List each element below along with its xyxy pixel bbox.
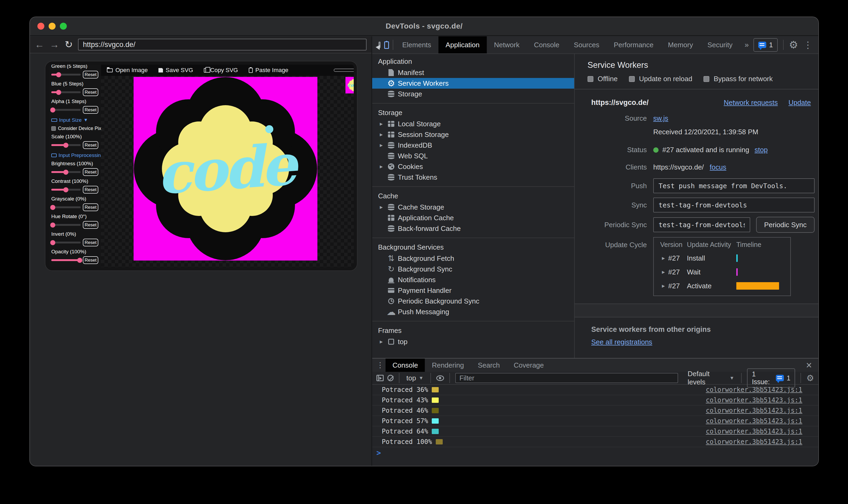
reset-button[interactable]: Reset (83, 106, 98, 114)
sidebar-item-back-forward-cache[interactable]: Back-forward Cache (372, 223, 574, 234)
offline-checkbox[interactable] (588, 76, 593, 82)
reload-icon[interactable]: ↻ (65, 40, 73, 49)
blue-slider[interactable] (51, 91, 81, 93)
periodic-sync-button[interactable]: Periodic Sync (756, 217, 815, 233)
sidebar-item-service-workers[interactable]: Service Workers (372, 78, 574, 89)
source-location-link[interactable]: colorworker.3bb51423.js:1 (706, 396, 802, 404)
source-file-link[interactable]: sw.js (653, 114, 668, 123)
tab-application[interactable]: Application (438, 36, 487, 53)
inspect-element-icon[interactable] (379, 42, 380, 48)
source-location-link[interactable]: colorworker.3bb51423.js:1 (706, 428, 802, 435)
drawer-tab-search[interactable]: Search (471, 359, 506, 372)
brightness-slider[interactable] (51, 171, 81, 173)
tab-performance[interactable]: Performance (606, 36, 661, 53)
disclosure-icon[interactable]: ▸ (378, 338, 384, 345)
drawer-tab-coverage[interactable]: Coverage (507, 359, 551, 372)
reset-button[interactable]: Reset (83, 71, 98, 78)
tab-sources[interactable]: Sources (567, 36, 606, 53)
sidebar-item-periodic-background-sync[interactable]: Periodic Background Sync (372, 296, 574, 306)
source-location-link[interactable]: colorworker.3bb51423.js:1 (706, 407, 802, 414)
disclosure-icon[interactable]: ▸ (378, 120, 384, 127)
context-selector[interactable]: top▼ (405, 374, 425, 382)
minimize-window-button[interactable] (49, 23, 56, 30)
disclosure-icon[interactable]: ▸ (660, 255, 667, 262)
reset-button[interactable]: Reset (83, 239, 98, 246)
sidebar-item-notifications[interactable]: Notifications (372, 274, 574, 285)
source-location-link[interactable]: colorworker.3bb51423.js:1 (706, 386, 802, 394)
sidebar-item-manifest[interactable]: Manifest (372, 67, 574, 78)
sync-tag-input[interactable] (653, 198, 815, 213)
drawer-tab-console[interactable]: Console (385, 359, 425, 372)
tab-elements[interactable]: Elements (395, 36, 438, 53)
drawer-tab-rendering[interactable]: Rendering (425, 359, 471, 372)
network-requests-link[interactable]: Network requests (724, 98, 778, 107)
table-row[interactable]: ▸#27 Activate (654, 279, 790, 293)
sidebar-item-background-fetch[interactable]: Background Fetch (372, 253, 574, 264)
sidebar-item-web-sql[interactable]: Web SQL (372, 150, 574, 161)
sidebar-item-application-cache[interactable]: Application Cache (372, 213, 574, 223)
reset-button[interactable]: Reset (83, 221, 98, 229)
source-location-link[interactable]: colorworker.3bb51423.js:1 (706, 438, 802, 446)
sidebar-item-session-storage[interactable]: ▸Session Storage (372, 129, 574, 140)
paste-image-button[interactable]: Paste Image (249, 67, 289, 74)
scale-slider[interactable] (51, 144, 81, 146)
input-size-section[interactable]: Input Size▼ (51, 117, 99, 123)
see-all-registrations-link[interactable]: See all registrations (591, 338, 652, 346)
kebab-menu-icon[interactable]: ⋮ (802, 40, 814, 49)
bypass-for-network-checkbox[interactable] (704, 76, 709, 82)
log-levels-selector[interactable]: Default levels▼ (686, 370, 736, 386)
close-drawer-icon[interactable]: × (800, 360, 818, 371)
contrast-slider[interactable] (51, 189, 81, 191)
sidebar-item-top-frame[interactable]: ▸top (372, 336, 574, 347)
settings-gear-icon[interactable]: ⚙ (789, 40, 798, 50)
reset-button[interactable]: Reset (83, 88, 98, 96)
clear-console-icon[interactable] (387, 375, 394, 381)
console-filter-input[interactable] (455, 373, 678, 383)
disclosure-icon[interactable]: ▸ (378, 131, 384, 138)
disclosure-icon[interactable]: ▸ (660, 283, 667, 289)
opacity-slider[interactable] (51, 259, 81, 261)
sidebar-item-storage[interactable]: Storage (372, 89, 574, 99)
alpha-slider[interactable] (51, 109, 81, 111)
tab-console[interactable]: Console (526, 36, 566, 53)
reset-button[interactable]: Reset (83, 203, 98, 211)
save-svg-button[interactable]: Save SVG (158, 67, 193, 74)
sidebar-item-payment-handler[interactable]: Payment Handler (372, 285, 574, 296)
sidebar-item-background-sync[interactable]: Background Sync (372, 264, 574, 274)
device-pixel-ratio-checkbox[interactable]: Consider Device Pixel Ratio (51, 126, 99, 131)
green-slider[interactable] (51, 74, 81, 75)
live-expression-eye-icon[interactable] (436, 375, 444, 381)
hue-rotate-slider[interactable] (51, 224, 81, 226)
input-preprocessing-section[interactable]: Input Preprocessing▼ (51, 152, 99, 158)
sidebar-item-trust-tokens[interactable]: Trust Tokens (372, 172, 574, 183)
update-on-reload-checkbox[interactable] (629, 76, 635, 82)
disclosure-icon[interactable]: ▸ (378, 204, 384, 211)
reset-button[interactable]: Reset (83, 256, 98, 264)
sidebar-item-cookies[interactable]: ▸Cookies (372, 161, 574, 172)
sidebar-item-local-storage[interactable]: ▸Local Storage (372, 119, 574, 129)
open-image-button[interactable]: Open Image (107, 67, 148, 74)
table-row[interactable]: ▸#27 Install (654, 251, 790, 265)
sidebar-item-cache-storage[interactable]: ▸Cache Storage (372, 202, 574, 213)
device-toolbar-icon[interactable] (386, 41, 388, 49)
forward-icon[interactable]: → (50, 40, 59, 49)
focus-link[interactable]: focus (710, 163, 726, 172)
console-prompt[interactable]: > (377, 449, 381, 457)
update-link[interactable]: Update (789, 98, 811, 107)
table-row[interactable]: ▸#27 Wait (654, 265, 790, 279)
stop-link[interactable]: stop (755, 146, 767, 154)
more-tabs-icon[interactable]: » (740, 40, 754, 49)
tab-memory[interactable]: Memory (661, 36, 700, 53)
tab-security[interactable]: Security (700, 36, 740, 53)
reset-button[interactable]: Reset (83, 186, 98, 194)
reset-button[interactable]: Reset (83, 141, 98, 149)
reset-button[interactable]: Reset (83, 168, 98, 176)
source-location-link[interactable]: colorworker.3bb51423.js:1 (706, 417, 802, 425)
close-window-button[interactable] (37, 23, 44, 30)
back-icon[interactable]: ← (35, 40, 44, 49)
push-message-input[interactable] (653, 178, 815, 193)
disclosure-icon[interactable]: ▸ (378, 142, 384, 149)
issues-button[interactable]: 1 (754, 38, 777, 52)
drawer-menu-icon[interactable]: ⋮ (375, 361, 385, 370)
invert-slider[interactable] (51, 241, 81, 244)
